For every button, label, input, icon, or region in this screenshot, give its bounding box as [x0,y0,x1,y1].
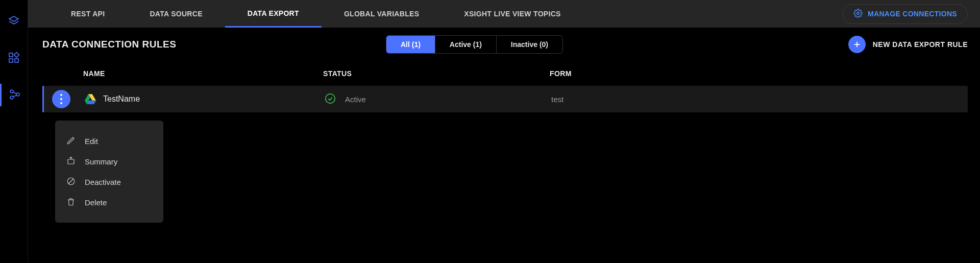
tab-data-source[interactable]: DATA SOURCE [127,0,225,28]
left-sidebar [0,0,28,263]
row-name: TestName [103,94,140,104]
menu-edit-label: Edit [85,137,98,146]
tab-xsight-live-view[interactable]: XSIGHT LIVE VIEW TOPICS [442,0,583,28]
main-panel: REST API DATA SOURCE DATA EXPORT GLOBAL … [28,0,980,263]
manage-connections-button[interactable]: MANAGE CONNECTIONS [843,4,968,24]
dashboard-icon [8,52,20,65]
rules-table: NAME STATUS FORM [28,61,980,112]
column-name: NAME [83,69,323,78]
svg-line-16 [69,179,74,183]
menu-deactivate-label: Deactivate [85,178,121,186]
check-circle-icon [325,93,336,106]
gear-icon [853,9,863,19]
svg-point-13 [326,93,335,103]
svg-rect-3 [9,59,13,62]
trash-icon [66,197,76,208]
table-header: NAME STATUS FORM [42,61,968,86]
svg-point-5 [10,90,13,93]
row-context-menu: Edit Summary Deactivate Delete [55,121,163,223]
svg-point-6 [16,93,19,96]
menu-summary[interactable]: Summary [55,151,163,172]
svg-rect-1 [9,53,13,57]
layers-icon [8,15,20,29]
menu-summary-label: Summary [85,157,117,166]
deactivate-icon [66,177,76,187]
svg-point-10 [857,12,860,14]
svg-rect-2 [14,52,19,57]
plus-icon [848,36,866,53]
filter-group: All (1) Active (1) Inactive (0) [386,35,563,54]
menu-delete[interactable]: Delete [55,192,163,212]
svg-point-7 [10,96,13,99]
svg-marker-0 [9,16,18,21]
new-data-export-rule-button[interactable]: NEW DATA EXPORT RULE [848,36,968,53]
pencil-icon [66,136,76,147]
row-actions-button[interactable] [52,90,70,108]
tab-rest-api[interactable]: REST API [48,0,127,28]
filter-active[interactable]: Active (1) [435,36,497,53]
new-rule-label: NEW DATA EXPORT RULE [873,40,968,49]
page-title: DATA CONNECTION RULES [42,39,176,50]
filter-inactive[interactable]: Inactive (0) [497,36,562,53]
connections-icon [9,88,21,102]
column-status: STATUS [323,69,550,78]
sidebar-item-layers[interactable] [0,10,28,33]
menu-edit[interactable]: Edit [55,131,163,151]
row-status: Active [345,95,366,104]
svg-line-8 [13,92,16,93]
tab-global-variables[interactable]: GLOBAL VARIABLES [322,0,442,28]
svg-rect-4 [15,59,18,62]
column-form: FORM [550,69,968,78]
sidebar-item-connections[interactable] [0,84,28,106]
vertical-dots-icon [60,93,62,105]
row-form: test [551,95,968,104]
manage-connections-label: MANAGE CONNECTIONS [868,10,957,18]
svg-line-9 [13,95,16,97]
summary-icon [66,156,76,167]
tab-data-export[interactable]: DATA EXPORT [225,0,322,28]
menu-delete-label: Delete [85,198,107,207]
google-drive-icon [85,94,96,104]
menu-deactivate[interactable]: Deactivate [55,172,163,192]
svg-rect-14 [68,159,74,164]
sidebar-item-dashboard[interactable] [0,47,28,69]
table-row[interactable]: TestName Active test [42,86,968,112]
subheader: DATA CONNECTION RULES All (1) Active (1)… [28,28,980,61]
top-tabbar: REST API DATA SOURCE DATA EXPORT GLOBAL … [28,0,980,28]
filter-all[interactable]: All (1) [386,36,435,53]
